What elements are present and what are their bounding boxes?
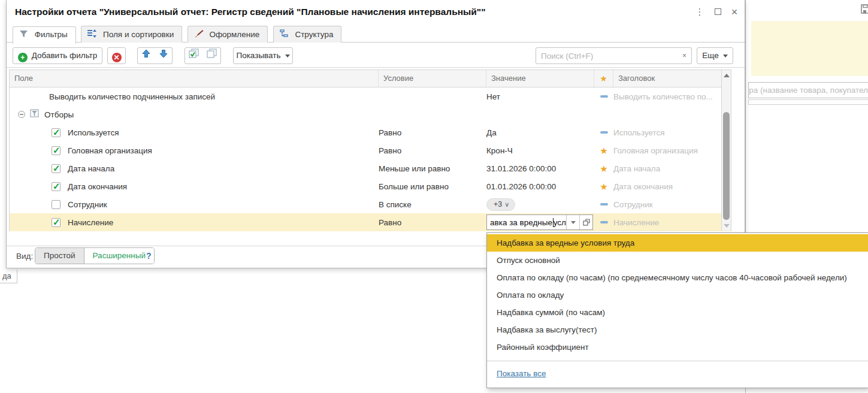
search-clear-button[interactable]: × — [678, 47, 692, 64]
window-close-icon[interactable]: × — [727, 5, 742, 19]
arrow-up-icon — [142, 49, 150, 58]
background-grid-cell: да — [0, 270, 17, 283]
scrollbar-thumb[interactable] — [723, 112, 730, 220]
move-down-button[interactable] — [155, 47, 173, 64]
window-menu-icon[interactable]: ⋮ — [692, 5, 707, 19]
collapse-icon[interactable] — [18, 111, 25, 118]
row-checkbox[interactable] — [52, 128, 61, 137]
star-icon[interactable]: ★ — [600, 182, 607, 191]
background-search-placeholder: тра (название товара, покупател — [748, 86, 868, 95]
row-checkbox[interactable] — [52, 182, 61, 191]
popup-separator — [487, 361, 868, 361]
check-all-icon — [189, 49, 199, 58]
suggestion-item[interactable]: Отпуск основной — [487, 252, 868, 269]
table-row[interactable]: Используется Равно Да Используется — [10, 123, 731, 141]
table-row[interactable]: Дата начала Меньше или равно 31.01.2026 … — [10, 159, 731, 177]
column-field[interactable]: Поле — [10, 70, 379, 87]
screen: тра (название товара, покупател да Настр… — [0, 0, 868, 393]
uncheck-all-button[interactable] — [202, 47, 221, 64]
value-suggestions-popup: Надбавка за вредные условия труда Отпуск… — [486, 232, 868, 388]
column-header[interactable]: Заголовок — [613, 70, 722, 87]
suggestion-item[interactable]: Районный коэффициент — [487, 338, 868, 356]
scroll-down-icon[interactable] — [724, 224, 730, 228]
chevron-down-icon — [723, 55, 728, 58]
view-simple-button[interactable]: Простой — [35, 248, 84, 264]
filters-table: Поле Условие Значение ★ Заголовок Выводи… — [9, 69, 731, 231]
funnel-icon — [19, 30, 29, 38]
table-row[interactable]: Головная организация Равно Крон-Ч ★ Голо… — [10, 141, 731, 159]
open-icon — [583, 219, 590, 226]
add-filter-button[interactable]: +Добавить фильтр — [13, 47, 102, 64]
vertical-scrollbar[interactable] — [721, 70, 731, 231]
value-open-button[interactable] — [579, 215, 592, 229]
view-label: Вид: — [16, 252, 33, 261]
chevron-down-icon — [285, 55, 290, 58]
search-input[interactable] — [536, 47, 678, 64]
value-edit-field[interactable]: авка за вредные усл — [486, 214, 593, 230]
dialog-title: Настройки отчета "Универсальный отчет: Р… — [15, 7, 486, 17]
table-row-group[interactable]: Отборы — [10, 105, 731, 123]
window-maximize-icon[interactable] — [710, 5, 725, 19]
suggestion-item[interactable]: Оплата по окладу (по часам) (по среднеме… — [487, 269, 868, 286]
tab-structure[interactable]: Структура — [273, 26, 342, 43]
brush-icon — [194, 29, 204, 37]
move-up-button[interactable] — [137, 47, 155, 64]
tab-filters[interactable]: Фильтры — [13, 26, 76, 44]
save-icon[interactable] — [861, 4, 868, 16]
table-row[interactable]: Выводить количество подчиненных записей … — [10, 87, 731, 105]
suggestion-item[interactable]: Надбавка за выслугу(тест) — [487, 321, 868, 338]
more-button[interactable]: Еще — [697, 47, 733, 64]
view-toggle: Простой Расширенный — [35, 247, 155, 264]
filter-group-icon — [30, 109, 40, 120]
suggestion-item[interactable]: Оплата по окладу — [487, 286, 868, 304]
suggestion-item[interactable]: Надбавка за вредные условия труда — [487, 234, 868, 252]
table-row[interactable]: Сотрудник В списке +3∨ Сотрудник — [10, 195, 731, 213]
dash-icon[interactable] — [600, 203, 608, 205]
row-checkbox[interactable] — [52, 164, 61, 173]
view-advanced-button[interactable]: Расширенный — [84, 248, 154, 264]
background-field-strip — [748, 99, 868, 105]
background-comment-area — [751, 21, 868, 76]
scroll-up-icon[interactable] — [724, 74, 730, 77]
star-icon[interactable]: ★ — [600, 146, 607, 155]
chevron-down-icon: ∨ — [504, 201, 509, 208]
delete-icon: ✕ — [112, 53, 122, 62]
report-settings-dialog: Настройки отчета "Универсальный отчет: Р… — [6, 0, 745, 268]
plus-icon: + — [18, 53, 28, 62]
fields-sort-icon — [87, 29, 97, 37]
dialog-titlebar: Настройки отчета "Универсальный отчет: Р… — [7, 0, 745, 24]
check-all-button[interactable] — [185, 47, 203, 64]
structure-icon — [280, 29, 289, 37]
table-row-editing[interactable]: Начисление Равно авка за вредные усл Нач… — [10, 213, 731, 231]
uncheck-all-icon — [207, 49, 217, 58]
help-link[interactable]: ? — [146, 251, 152, 261]
dash-icon[interactable] — [600, 131, 608, 134]
background-search-field[interactable]: тра (название товара, покупател — [748, 82, 868, 98]
value-dropdown-button[interactable] — [566, 215, 579, 229]
column-condition[interactable]: Условие — [379, 70, 486, 87]
row-checkbox[interactable] — [52, 218, 61, 227]
dash-icon[interactable] — [600, 95, 608, 98]
dash-icon[interactable] — [600, 221, 608, 223]
tab-fields-sorting[interactable]: Поля и сортировки — [81, 26, 182, 43]
column-star star-icon[interactable]: ★ — [594, 70, 613, 87]
toolbar: +Добавить фильтр ✕ Показывать × — [7, 43, 745, 68]
column-value[interactable]: Значение — [486, 70, 594, 87]
show-dropdown-button[interactable]: Показывать — [233, 47, 293, 64]
tab-appearance[interactable]: Оформление — [187, 26, 268, 43]
tab-bar: Фильтры Поля и сортировки Оформление Стр… — [7, 24, 745, 43]
show-all-link[interactable]: Показать все — [497, 369, 546, 378]
delete-filter-button[interactable]: ✕ — [107, 47, 126, 64]
suggestion-item[interactable]: Надбавка суммой (по часам) — [487, 304, 868, 321]
table-row[interactable]: Дата окончания Больше или равно 01.01.20… — [10, 177, 731, 195]
row-checkbox[interactable] — [52, 200, 61, 209]
table-header: Поле Условие Значение ★ Заголовок — [10, 70, 731, 87]
row-checkbox[interactable] — [52, 146, 61, 155]
background-cell-text: да — [2, 271, 11, 280]
star-icon[interactable]: ★ — [600, 164, 607, 173]
value-list-pill[interactable]: +3∨ — [486, 198, 515, 211]
value-edit-text[interactable]: авка за вредные усл — [487, 215, 566, 229]
chevron-down-icon — [571, 221, 576, 224]
arrow-down-icon — [159, 49, 168, 58]
